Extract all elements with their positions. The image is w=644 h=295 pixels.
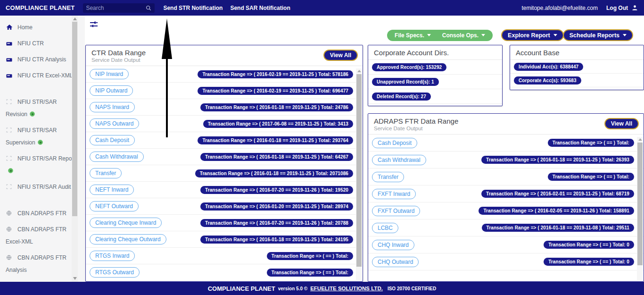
send-sar-notification-link[interactable]: Send SAR Notification (230, 5, 290, 11)
adraps-ftr-data-range-panel: ADRAPS FTR Data Range Service Date Outpu… (368, 113, 644, 282)
send-str-notification-link[interactable]: Send STR Notification (163, 5, 223, 11)
ctr-type-pill[interactable]: NIP Outward (90, 85, 133, 96)
corporate-accounts-badge: Corporate Acc(s): 593683 (514, 76, 581, 84)
transaction-range-badge: Transaction Range => ( 2016-01-18 == 201… (200, 153, 353, 161)
table-row: NEFT InwardTransaction Range => ( 2016-0… (86, 182, 363, 198)
green-button-group: File Specs. Console Ops. (387, 30, 493, 41)
ctr-type-pill[interactable]: Clearing Cheque Inward (90, 218, 162, 228)
transaction-range-badge: Transaction Range => ( == ) Total: (267, 252, 353, 260)
sidebar-item-label: CBN ADRAPS FTR (17, 210, 66, 217)
table-row: FXFT OutwardTransaction Range => ( 2016-… (368, 202, 644, 219)
new-items-badge-icon (30, 111, 35, 117)
sidebar-item-label: NFIU CTR Excel-XML (17, 72, 73, 79)
panel-scrollbar[interactable] (637, 137, 643, 281)
ctr-type-pill[interactable]: Cash Deposit (90, 135, 135, 145)
table-row: RTGS OutwardTransaction Range => ( == ) … (86, 264, 363, 281)
adraps-row-list: Cash DepositTransaction Range => ( == ) … (368, 135, 644, 270)
table-row: CHQ InwardTransaction Range => ( == ) To… (368, 236, 644, 253)
adraps-type-pill[interactable]: CHQ Outward (372, 257, 419, 267)
adraps-type-pill[interactable]: FXFT Outward (372, 206, 420, 216)
footer-company-link[interactable]: EFUELITE SOLUTIONS LTD. (310, 286, 383, 291)
table-row: NIP OutwardTransaction Range => ( 2016-0… (86, 83, 363, 99)
search-box[interactable] (83, 3, 155, 13)
search-input[interactable] (86, 5, 145, 11)
home-icon (6, 22, 13, 28)
scrollbar-thumb[interactable] (356, 74, 362, 267)
view-all-button[interactable]: View All (604, 118, 639, 129)
console-ops-dropdown[interactable]: Console Ops. (437, 30, 491, 41)
schedule-reports-dropdown[interactable]: Schedule Reports (563, 29, 633, 41)
sidebar-scrollbar[interactable] (72, 16, 78, 282)
scrollbar-thumb[interactable] (637, 143, 643, 265)
table-row: TransferTransaction Range => ( 2016-01-1… (86, 165, 363, 182)
ctr-type-pill[interactable]: NAPS Inward (90, 102, 135, 112)
adraps-type-pill[interactable]: Cash Deposit (372, 138, 417, 148)
filter-tune-icon[interactable] (90, 21, 98, 28)
table-row: Unapproved Record(s): 1 (368, 75, 502, 89)
ctr-type-pill[interactable]: Cash Withdrawal (90, 152, 144, 162)
app-window: COMPLIANCE PLANET Send STR Notification … (0, 0, 644, 295)
sidebar-item-label: NFIU STR/SAR Audit (17, 184, 71, 190)
table-row: Clearing Cheque InwardTransaction Range … (86, 215, 363, 231)
scroll-up-icon[interactable] (73, 17, 77, 20)
scroll-down-icon[interactable] (73, 277, 77, 280)
ctr-type-pill[interactable]: RTGS Outward (90, 267, 140, 278)
table-row: RTGS InwardTransaction Range => ( == ) T… (86, 248, 363, 264)
ctr-row-list: NIP InwardTransaction Range => ( 2016-02… (86, 66, 363, 281)
frame-icon (6, 125, 13, 131)
file-specs-dropdown[interactable]: File Specs. (389, 30, 437, 41)
unapproved-records-badge: Unapproved Record(s): 1 (372, 78, 439, 86)
ctr-type-pill[interactable]: NIP Inward (90, 69, 129, 79)
adraps-type-pill[interactable]: LCBC (372, 223, 398, 233)
adraps-type-pill[interactable]: Transfer (372, 172, 404, 182)
panel-title: CTR Data Range (91, 49, 357, 57)
adraps-type-pill[interactable]: Cash Withdrawal (372, 155, 426, 165)
sidebar: Home NFIU CTR NFIU CTR Analysis NFIU CTR… (0, 16, 85, 282)
corporate-account-dirs-panel: Corporate Account Dirs. Approved Record(… (368, 45, 503, 106)
ctr-type-pill[interactable]: NAPS Outward (90, 118, 139, 129)
search-icon (145, 5, 152, 11)
panel-scrollbar[interactable] (356, 68, 362, 281)
table-row: NAPS OutwardTransaction Range => ( 2017-… (86, 116, 363, 132)
sidebar-item-label: Home (17, 24, 33, 31)
top-navbar: COMPLIANCE PLANET Send STR Notification … (0, 0, 644, 16)
transaction-range-badge: Transaction Range => ( 2016-02-01 == 201… (481, 190, 634, 198)
scroll-up-icon[interactable] (357, 70, 361, 72)
ctr-type-pill[interactable]: RTGS Inward (90, 251, 135, 261)
transaction-range-badge: Transaction Range => ( == ) Total: (548, 173, 634, 181)
table-row: Deleted Record(s): 27 (368, 89, 502, 104)
transaction-range-badge: Transaction Range => ( 2016-01-18 == 201… (198, 136, 353, 144)
transaction-range-badge: Transaction Range => ( == ) Total: 0 (544, 241, 634, 249)
table-row: Cash WithdrawalTransaction Range => ( 20… (86, 149, 363, 165)
sidebar-item-label: NFIU STR/SAR Report (17, 155, 75, 162)
table-row: NIP InwardTransaction Range => ( 2016-02… (86, 66, 363, 83)
adraps-type-pill[interactable]: FXFT Inward (372, 189, 416, 199)
transaction-range-badge: Transaction Range => ( 2016-01-18 == 201… (482, 224, 634, 232)
new-items-badge-icon (8, 168, 13, 173)
globe-icon (6, 253, 13, 259)
adraps-type-pill[interactable]: CHQ Inward (372, 240, 414, 250)
chevron-down-icon (481, 34, 485, 36)
transaction-range-badge: Transaction Range => ( 2016-07-20 == 201… (200, 219, 353, 227)
new-items-badge-icon (38, 140, 43, 145)
ctr-type-pill[interactable]: Clearing Cheque Outward (90, 234, 166, 244)
transaction-range-badge: Transaction Range => ( == ) Total: (548, 139, 634, 147)
transaction-range-badge: Transaction Range => ( 2016-01-18 == 201… (195, 169, 353, 177)
panel-title: Account Base (516, 49, 638, 57)
scroll-up-icon[interactable] (638, 138, 642, 141)
table-row: Cash DepositTransaction Range => ( == ) … (368, 135, 644, 152)
frame-icon (6, 182, 13, 188)
table-row: TransferTransaction Range => ( == ) Tota… (368, 169, 644, 185)
panel-subtitle: Service Date Output (91, 57, 357, 63)
ctr-type-pill[interactable]: Transfer (90, 168, 122, 178)
scrollbar-thumb[interactable] (72, 22, 77, 216)
ctr-type-pill[interactable]: NEFT Outward (90, 201, 139, 211)
sidebar-item-label: NFIU CTR (17, 40, 44, 47)
logout-button[interactable]: Log Out (606, 5, 628, 11)
view-all-button[interactable]: View All (323, 50, 358, 61)
ctr-type-pill[interactable]: NEFT Inward (90, 185, 134, 195)
table-row: Individual Acc(s): 6388447 (510, 60, 644, 74)
explore-report-dropdown[interactable]: Explore Report (501, 29, 564, 41)
schedule-reports-label: Schedule Reports (570, 32, 619, 39)
footer-version: version 5.0 © (278, 286, 307, 291)
